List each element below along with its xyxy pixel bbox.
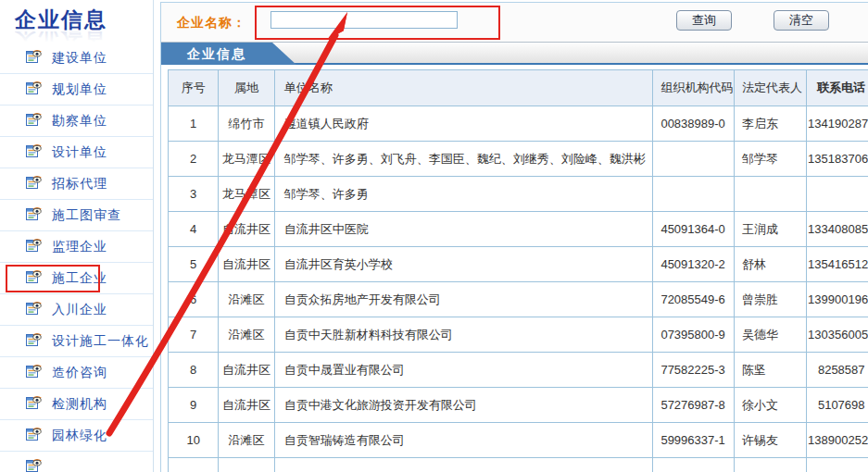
sidebar-item-label: 入川企业 — [52, 302, 107, 318]
company-table: 序号属地单位名称组织机构代码法定代表人联系电话 1绵竹市遵道镇人民政府00838… — [168, 69, 868, 472]
table-cell: 8258587 — [807, 353, 868, 388]
app-title-text: 企业信息 — [15, 6, 153, 34]
table-row: 5自流井区自流井区育英小学校45091320-2舒林1354165122 — [169, 247, 868, 282]
table-cell: 1399001964 — [807, 282, 868, 317]
table-cell: 自贡智瑞铸造有限公司 — [274, 423, 653, 458]
sidebar-item-7[interactable]: 监理企业 — [0, 231, 153, 263]
sidebar-item-label: 设计单位 — [52, 144, 107, 161]
table-cell — [169, 458, 219, 472]
table-cell: 自贡中港文化旅游投资开发有限公司 — [274, 388, 653, 423]
table-cell: 邹学琴、许多勇 — [274, 177, 653, 212]
sidebar-item-10[interactable]: 设计施工一体化 — [0, 326, 153, 357]
table-cell: 1341902879 — [807, 106, 868, 142]
table-cell: 龙马潭区 — [219, 177, 274, 212]
tab-bar: 企业信息 — [161, 43, 868, 65]
table-cell: 3 — [169, 177, 219, 212]
table-cell: 5107698 — [807, 388, 868, 423]
sidebar-item-label: 勘察单位 — [52, 113, 107, 130]
document-eye-icon — [26, 111, 42, 130]
document-eye-icon — [26, 457, 42, 472]
table-wrap: 序号属地单位名称组织机构代码法定代表人联系电话 1绵竹市遵道镇人民政府00838… — [168, 69, 868, 472]
table-cell: 自流井区 — [219, 212, 274, 247]
table-cell: 9 — [169, 388, 219, 423]
sidebar-item-label: 造价咨询 — [52, 365, 107, 381]
table-cell: 57276987-8 — [653, 388, 735, 423]
document-eye-icon — [26, 426, 42, 445]
table-cell — [807, 177, 868, 212]
table-cell: 绵竹市 — [219, 106, 274, 142]
table-cell — [807, 458, 868, 472]
table-cell: 李启东 — [734, 106, 807, 142]
table-cell: 1354165122 — [807, 247, 868, 282]
table-cell: 自流井区中医院 — [274, 212, 653, 247]
table-row: 7沿滩区自贡中天胜新材料科技有限公司07395800-9吴德华130356005… — [169, 317, 868, 353]
sidebar-item-label: 招标代理 — [52, 176, 107, 193]
table-cell: 8 — [169, 353, 219, 388]
sidebar-item-8[interactable]: 施工企业 — [0, 263, 153, 294]
table-cell: 2 — [169, 142, 219, 177]
sidebar-item-2[interactable]: 规划单位 — [0, 74, 153, 106]
table-cell: 王润成 — [734, 212, 807, 247]
search-bar: 企业名称： 查询 清空 — [161, 3, 868, 43]
table-cell: 1389002525 — [807, 423, 868, 458]
company-name-label: 企业名称： — [177, 15, 246, 31]
document-eye-icon — [26, 205, 42, 225]
table-cell: 自贡中天胜新材料科技有限公司 — [274, 317, 653, 353]
document-eye-icon — [26, 394, 42, 414]
table-cell: 徐小文 — [734, 388, 807, 423]
column-header: 法定代表人 — [734, 70, 807, 106]
table-cell: 自流井区 — [219, 388, 274, 423]
table-header-row: 序号属地单位名称组织机构代码法定代表人联系电话 — [169, 70, 868, 106]
sidebar-item-12[interactable]: 检测机构 — [0, 389, 153, 420]
sidebar-item-label: 监理企业 — [52, 239, 107, 255]
sidebar-item-5[interactable]: 招标代理 — [0, 168, 153, 200]
table-cell: 自流井区 — [219, 353, 274, 388]
table-cell: 邹学琴 — [734, 142, 807, 177]
table-cell: 龙马潭区 — [219, 142, 274, 177]
table-cell: 自贡众拓房地产开发有限公司 — [274, 282, 653, 317]
table-cell: 6 — [169, 282, 219, 317]
table-cell — [274, 458, 653, 472]
document-eye-icon — [26, 268, 42, 288]
document-eye-icon — [26, 331, 42, 351]
sidebar-item-label: 建设单位 — [52, 50, 107, 67]
sidebar-item-9[interactable]: 入川企业 — [0, 294, 153, 326]
table-cell: 自流井区 — [219, 247, 274, 282]
query-button[interactable]: 查询 — [676, 10, 732, 31]
sidebar-item-6[interactable]: 施工图审查 — [0, 200, 153, 231]
table-cell: 遵道镇人民政府 — [274, 106, 653, 142]
sidebar-item-1[interactable]: 建设单位 — [0, 43, 153, 74]
table-cell: 5 — [169, 247, 219, 282]
clear-button[interactable]: 清空 — [774, 10, 829, 31]
table-cell — [653, 177, 735, 212]
table-cell: 45091364-0 — [653, 212, 735, 247]
sidebar-item-label: 规划单位 — [52, 81, 107, 98]
document-eye-icon — [26, 174, 42, 193]
table-cell: 沿滩区 — [219, 282, 274, 317]
table-cell: 陈坚 — [734, 353, 807, 388]
table-cell: 自流井区育英小学校 — [274, 247, 653, 282]
sidebar-item-label: 检测机构 — [52, 396, 107, 413]
document-eye-icon — [26, 237, 42, 256]
table-row — [169, 458, 868, 472]
table-cell: 1334080852 — [807, 212, 868, 247]
sidebar-item-13[interactable]: 园林绿化 — [0, 420, 153, 452]
table-row: 6沿滩区自贡众拓房地产开发有限公司72085549-6曾崇胜1399001964 — [169, 282, 868, 317]
sidebar-item-3[interactable]: 勘察单位 — [0, 106, 153, 137]
sidebar-item-4[interactable]: 设计单位 — [0, 137, 153, 168]
sidebar-item-label: 园林绿化 — [52, 428, 107, 444]
column-header: 组织机构代码 — [653, 70, 735, 106]
sidebar-item-label: 设计施工一体化 — [52, 333, 149, 350]
sidebar-item-11[interactable]: 造价咨询 — [0, 357, 153, 389]
company-name-input[interactable] — [270, 11, 458, 29]
table-cell — [734, 177, 807, 212]
table-cell: 自贡中晟置业有限公司 — [274, 353, 653, 388]
table-cell: 曾崇胜 — [734, 282, 807, 317]
document-eye-icon — [26, 300, 42, 319]
column-header: 属地 — [219, 70, 274, 106]
tab-company-info[interactable]: 企业信息 — [161, 43, 296, 65]
sidebar: 企业信息 企业信息 建设单位 规划单位 勘察单位 — [0, 0, 154, 472]
sidebar-item-label: 施工图审查 — [52, 207, 121, 224]
table-cell: 7 — [169, 317, 219, 353]
table-cell: 77582225-3 — [653, 353, 735, 388]
